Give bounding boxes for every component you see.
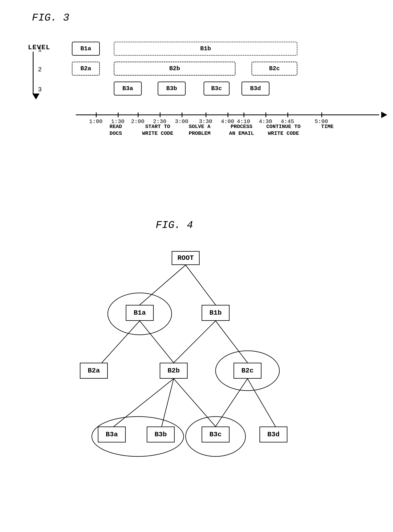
annot-start-write: START TOWRITE CODE: [138, 123, 178, 137]
fig4-diagram: ROOT B1a B1b B2a B2b B2c B3a B3b B3c B3d: [16, 239, 355, 518]
tick-130: [118, 112, 118, 117]
node-b3b: B3b: [147, 427, 175, 442]
block-b3a: B3a: [114, 81, 142, 96]
row-label-1: 1: [38, 46, 42, 53]
svg-line-3: [140, 321, 174, 363]
annot-continue-write: CONTINUE TOWRITE CODE: [261, 123, 305, 137]
svg-line-5: [216, 321, 247, 363]
time-axis: 1:00 1:30 2:00 2:30 3:00 3:30 4:00 4:10 …: [76, 110, 387, 120]
annot-time: TIME: [319, 123, 335, 130]
time-axis-arrow: [381, 112, 387, 118]
tree-lines: [16, 239, 355, 518]
tick-300: [182, 112, 182, 117]
block-b3d: B3d: [241, 81, 270, 96]
row-label-3: 3: [38, 86, 42, 93]
node-root: ROOT: [172, 251, 200, 265]
node-b3c: B3c: [201, 427, 230, 442]
tick-100: [96, 112, 97, 117]
block-b1a: B1a: [72, 42, 100, 56]
svg-line-8: [174, 379, 216, 427]
annot-process-email: PROCESSAN EMAIL: [221, 123, 261, 137]
fig4-title: FIG. 4: [156, 219, 375, 231]
node-b2b: B2b: [160, 363, 188, 379]
tick-445: [287, 112, 288, 117]
row-label-2: 2: [38, 66, 42, 73]
level-arrow: [32, 52, 34, 97]
svg-line-4: [174, 321, 216, 363]
annot-read-docs: READDOCS: [100, 123, 132, 137]
fig4-section: FIG. 4: [16, 219, 375, 518]
fig3-title: FIG. 3: [32, 12, 375, 24]
block-b3b: B3b: [158, 81, 186, 96]
svg-line-10: [247, 379, 275, 427]
tick-430: [265, 112, 266, 117]
node-b1b: B1b: [201, 305, 230, 321]
svg-line-6: [114, 379, 174, 427]
node-b1a: B1a: [126, 305, 154, 321]
tick-200: [138, 112, 138, 117]
svg-line-0: [140, 265, 186, 305]
annot-solve-problem: SOLVE APROBLEM: [180, 123, 220, 137]
svg-line-1: [186, 265, 216, 305]
tick-330: [206, 112, 206, 117]
tick-400: [227, 112, 228, 117]
node-b2c: B2c: [234, 363, 261, 379]
node-b2a: B2a: [80, 363, 108, 379]
svg-line-7: [162, 379, 174, 427]
svg-line-2: [102, 321, 140, 363]
tick-500: [321, 112, 322, 117]
node-b3a: B3a: [98, 427, 126, 442]
node-b3d: B3d: [260, 427, 287, 442]
svg-line-9: [216, 379, 247, 427]
fig3-diagram: LEVEL 1 2 3 B1a B1b B2a B2b B2c B3a: [28, 32, 367, 143]
block-b2b: B2b: [114, 62, 236, 76]
block-b3c: B3c: [204, 81, 230, 96]
fig3-section: FIG. 3 LEVEL 1 2 3 B1a B1b B2a B2b B2c: [16, 12, 375, 143]
tick-230: [160, 112, 161, 117]
block-b1b: B1b: [114, 42, 297, 56]
block-b2a: B2a: [72, 62, 100, 76]
tick-410: [244, 112, 244, 117]
block-b2c: B2c: [251, 62, 297, 76]
